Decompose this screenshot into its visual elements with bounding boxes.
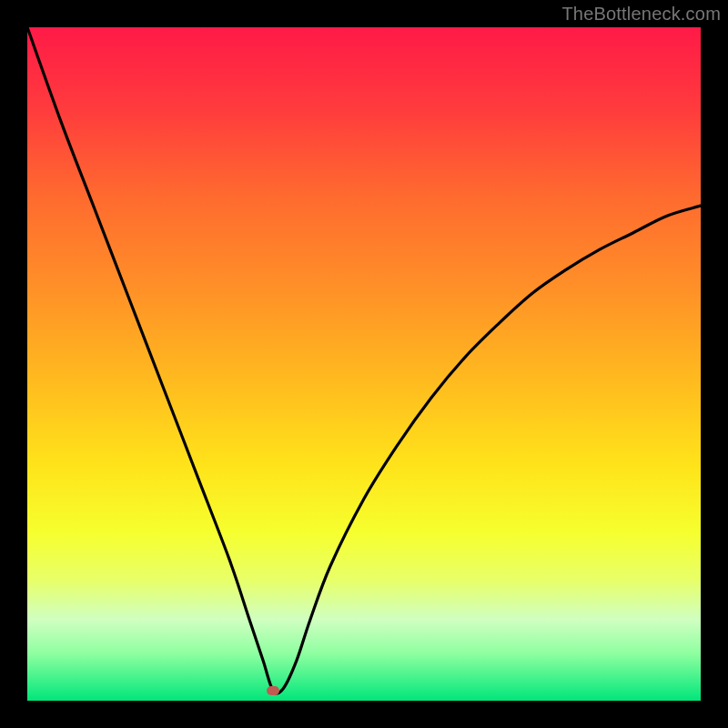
plot-area — [27, 27, 701, 701]
bottleneck-curve — [27, 27, 701, 701]
optimal-point-marker — [267, 686, 279, 695]
chart-frame: TheBottleneck.com — [0, 0, 728, 728]
watermark-text: TheBottleneck.com — [561, 4, 721, 25]
